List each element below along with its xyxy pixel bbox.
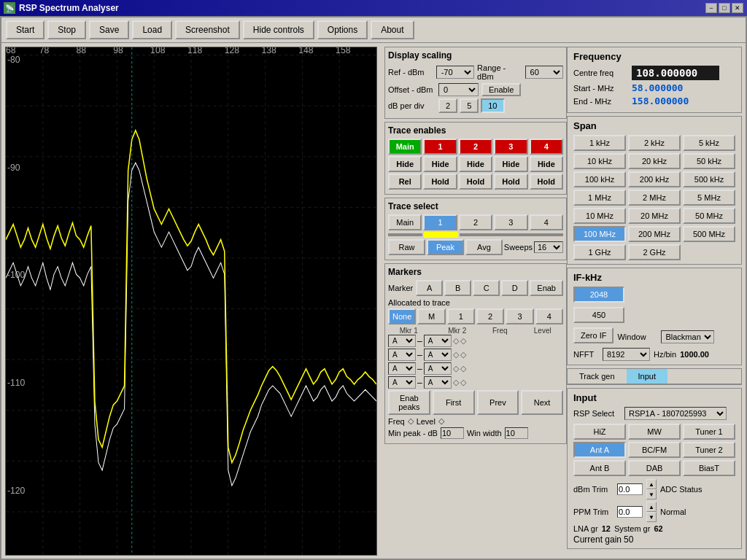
ts-4-button[interactable]: 4 bbox=[530, 214, 563, 230]
span-500khz[interactable]: 500 kHz bbox=[683, 171, 735, 187]
tuner2-button[interactable]: Tuner 2 bbox=[683, 442, 735, 458]
db2-button[interactable]: 2 bbox=[438, 98, 457, 113]
end-mhz-value[interactable]: 158.000000 bbox=[632, 96, 689, 106]
span-100mhz[interactable]: 100 MHz bbox=[573, 226, 626, 242]
offset-dbm-select[interactable]: 0510 bbox=[438, 83, 479, 96]
span-50mhz[interactable]: 50 MHz bbox=[683, 208, 735, 224]
save-button[interactable]: Save bbox=[89, 20, 129, 39]
alloc-1-button[interactable]: 1 bbox=[447, 308, 475, 324]
ts-2-button[interactable]: 2 bbox=[459, 214, 492, 230]
enable-button[interactable]: Enable bbox=[481, 83, 521, 96]
dbm-trim-input[interactable] bbox=[617, 483, 643, 495]
alloc-m-button[interactable]: M bbox=[417, 308, 445, 324]
marker-b-button[interactable]: B bbox=[444, 280, 471, 296]
span-1khz[interactable]: 1 kHz bbox=[573, 135, 626, 151]
span-200mhz[interactable]: 200 MHz bbox=[628, 226, 681, 242]
ant-b-button[interactable]: Ant B bbox=[573, 460, 626, 476]
ref-dbm-select[interactable]: -70-60-80 bbox=[436, 66, 474, 79]
alloc-4-button[interactable]: 4 bbox=[535, 308, 563, 324]
span-10mhz[interactable]: 10 MHz bbox=[573, 208, 626, 224]
maximize-button[interactable]: □ bbox=[719, 3, 730, 13]
win-width-input[interactable] bbox=[505, 427, 528, 439]
hold-1-button[interactable]: Hold bbox=[459, 174, 492, 190]
hide-1-button[interactable]: Hide bbox=[423, 156, 457, 172]
span-20mhz[interactable]: 20 MHz bbox=[628, 208, 681, 224]
alloc-2-button[interactable]: 2 bbox=[476, 308, 504, 324]
alloc-none-button[interactable]: None bbox=[388, 308, 416, 324]
alloc-3-button[interactable]: 3 bbox=[506, 308, 533, 324]
marker-a-button[interactable]: A bbox=[416, 280, 443, 296]
span-5khz[interactable]: 5 kHz bbox=[683, 135, 735, 151]
trace-2-button[interactable]: 2 bbox=[459, 139, 492, 155]
nfft-select[interactable]: 8192409620481024 bbox=[603, 348, 650, 361]
marker-d-button[interactable]: D bbox=[501, 280, 528, 296]
span-2khz[interactable]: 2 kHz bbox=[628, 135, 681, 151]
span-50khz[interactable]: 50 kHz bbox=[683, 153, 735, 169]
rsp-select[interactable]: RSP1A - 1807025993 bbox=[624, 407, 727, 420]
mk2-select-1[interactable]: A bbox=[424, 335, 452, 347]
span-5mhz[interactable]: 5 MHz bbox=[683, 190, 735, 206]
range-dbm-select[interactable]: 607080 bbox=[525, 66, 563, 79]
mk2-select-2[interactable]: A bbox=[424, 349, 452, 361]
rel-button[interactable]: Rel bbox=[388, 174, 422, 190]
hold-main-button[interactable]: Hold bbox=[423, 174, 457, 190]
zero-if-button[interactable]: Zero IF bbox=[573, 327, 614, 343]
tuner1-button[interactable]: Tuner 1 bbox=[683, 424, 735, 440]
span-2ghz[interactable]: 2 GHz bbox=[628, 244, 681, 260]
raw-button[interactable]: Raw bbox=[388, 239, 425, 255]
bc-fm-button[interactable]: BC/FM bbox=[628, 442, 681, 458]
if-2048-button[interactable]: 2048 bbox=[573, 287, 624, 303]
input-tab[interactable]: Input bbox=[627, 369, 667, 384]
minimize-button[interactable]: − bbox=[705, 3, 717, 13]
bias-t-button[interactable]: BiasT bbox=[683, 460, 735, 476]
trace-3-button[interactable]: 3 bbox=[494, 139, 527, 155]
mw-button[interactable]: MW bbox=[628, 424, 681, 440]
if-450-button[interactable]: 450 bbox=[573, 307, 624, 323]
span-10khz[interactable]: 10 kHz bbox=[573, 153, 626, 169]
trace-4-button[interactable]: 4 bbox=[530, 139, 563, 155]
span-2mhz[interactable]: 2 MHz bbox=[628, 190, 681, 206]
hide-main-button[interactable]: Hide bbox=[388, 156, 422, 172]
hold-3-button[interactable]: Hold bbox=[530, 174, 563, 190]
trace-1-button[interactable]: 1 bbox=[423, 139, 457, 155]
stop-button[interactable]: Stop bbox=[47, 20, 86, 39]
ppm-trim-up[interactable]: ▲ bbox=[646, 502, 657, 512]
span-1mhz[interactable]: 1 MHz bbox=[573, 190, 626, 206]
dbm-trim-down[interactable]: ▼ bbox=[646, 489, 657, 499]
marker-enab-button[interactable]: Enab bbox=[530, 280, 563, 296]
avg-button[interactable]: Avg bbox=[465, 239, 503, 255]
span-20khz[interactable]: 20 kHz bbox=[628, 153, 681, 169]
min-peak-input[interactable] bbox=[441, 427, 464, 439]
screenshot-button[interactable]: Screenshot bbox=[175, 20, 240, 39]
hide-3-button[interactable]: Hide bbox=[494, 156, 527, 172]
hide-4-button[interactable]: Hide bbox=[530, 156, 563, 172]
hold-2-button[interactable]: Hold bbox=[494, 174, 527, 190]
sweeps-select[interactable]: 1683264 bbox=[534, 241, 563, 253]
mk1-select-1[interactable]: A bbox=[388, 335, 416, 347]
db10-button[interactable]: 10 bbox=[481, 98, 504, 113]
ppm-trim-down[interactable]: ▼ bbox=[646, 512, 657, 522]
centre-freq-value[interactable]: 108.000000 bbox=[632, 66, 719, 80]
options-button[interactable]: Options bbox=[317, 20, 368, 39]
track-gen-tab[interactable]: Track gen bbox=[568, 369, 627, 384]
first-button[interactable]: First bbox=[433, 390, 475, 415]
about-button[interactable]: About bbox=[371, 20, 414, 39]
ts-main-button[interactable]: Main bbox=[388, 214, 422, 230]
dab-button[interactable]: DAB bbox=[628, 460, 681, 476]
start-button[interactable]: Start bbox=[6, 20, 44, 39]
span-1ghz[interactable]: 1 GHz bbox=[573, 244, 626, 260]
span-200khz[interactable]: 200 kHz bbox=[628, 171, 681, 187]
hide-controls-button[interactable]: Hide controls bbox=[243, 20, 314, 39]
marker-c-button[interactable]: C bbox=[473, 280, 500, 296]
start-mhz-value[interactable]: 58.000000 bbox=[632, 82, 683, 93]
close-button[interactable]: ✕ bbox=[732, 3, 743, 13]
mk1-select-2[interactable]: A bbox=[388, 349, 416, 361]
ppm-trim-input[interactable] bbox=[617, 506, 643, 518]
next-button[interactable]: Next bbox=[521, 390, 563, 415]
dbm-trim-up[interactable]: ▲ bbox=[646, 479, 657, 489]
trace-main-button[interactable]: Main bbox=[388, 139, 422, 155]
enab-peaks-button[interactable]: Enab peaks bbox=[388, 390, 430, 415]
span-100khz[interactable]: 100 kHz bbox=[573, 171, 626, 187]
mk1-select-4[interactable]: A bbox=[388, 376, 416, 389]
load-button[interactable]: Load bbox=[132, 20, 172, 39]
